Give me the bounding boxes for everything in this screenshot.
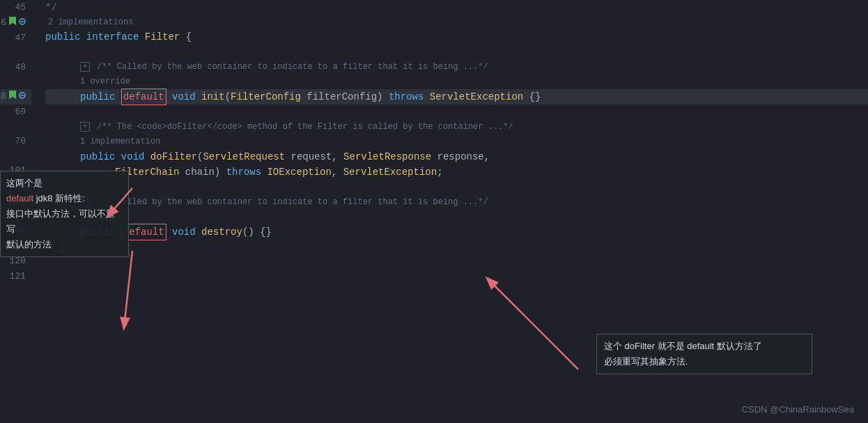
line-num-119: 119 — [0, 238, 6, 254]
bookmark-icon-119 — [9, 238, 16, 254]
default-keyword-119: default — [121, 224, 166, 240]
line-num-46: 46 — [0, 15, 6, 31]
code-line-119: public default void destroy () {} — [45, 224, 868, 240]
code-line-70: 1 implementation — [45, 134, 868, 149]
meta-implementations: 2 implementations — [45, 15, 868, 29]
line-num-120: 120 — [10, 254, 26, 269]
gutter-icon-119 — [19, 238, 26, 254]
line-num-68: 68 — [0, 89, 6, 105]
line-num-45: 45 — [15, 0, 26, 15]
collapse-icon-48[interactable]: + — [80, 62, 90, 72]
gutter-icon-68 — [19, 89, 26, 105]
collapse-icon-70[interactable]: + — [80, 122, 90, 132]
code-line-47 — [45, 45, 868, 60]
code-line-120: } — [45, 240, 868, 255]
line-num-103: 103 — [10, 194, 26, 209]
code-line-103 — [45, 180, 868, 195]
code-line-104 — [45, 209, 868, 224]
bookmark-icon-46 — [9, 15, 16, 31]
meta-collapse-48: + /** Called by the web container to ind… — [45, 60, 868, 74]
meta-collapse-70: + /** The <code>doFilter</code> method o… — [45, 120, 868, 134]
line-num-104: 104 — [10, 223, 26, 238]
code-line-45: */ — [45, 0, 868, 15]
code-line-69 — [45, 105, 868, 120]
line-num-69: 69 — [15, 105, 26, 120]
editor-container: 45 46 47 48 — [0, 0, 868, 423]
code-line-46: public interface Filter { — [45, 29, 868, 45]
default-keyword-68: default — [121, 89, 166, 105]
line-num-102: 102 — [10, 178, 26, 194]
line-numbers: 45 46 47 48 — [0, 0, 38, 423]
code-area: */ 2 implementations public interface Fi… — [38, 0, 868, 423]
collapse-icon-104[interactable]: + — [80, 197, 90, 207]
line-num-47: 47 — [15, 31, 26, 46]
line-num-70: 70 — [15, 134, 26, 149]
gutter-icon-46 — [19, 15, 26, 31]
line-num-121: 121 — [10, 269, 26, 284]
code-line-101: public void doFilter ( ServletRequest re… — [45, 149, 868, 164]
code-line-48: 1 override — [45, 74, 868, 89]
bookmark-icon-68 — [9, 89, 16, 105]
meta-collapse-104: + /** Called by the web container to ind… — [45, 195, 868, 209]
code-line-102: FilterChain chain) throws IOException , … — [45, 164, 868, 180]
code-line-68: public default void init ( FilterConfig … — [45, 89, 868, 105]
line-num-48: 48 — [15, 60, 26, 75]
line-num-101: 101 — [10, 163, 26, 178]
code-line-121 — [45, 255, 868, 270]
